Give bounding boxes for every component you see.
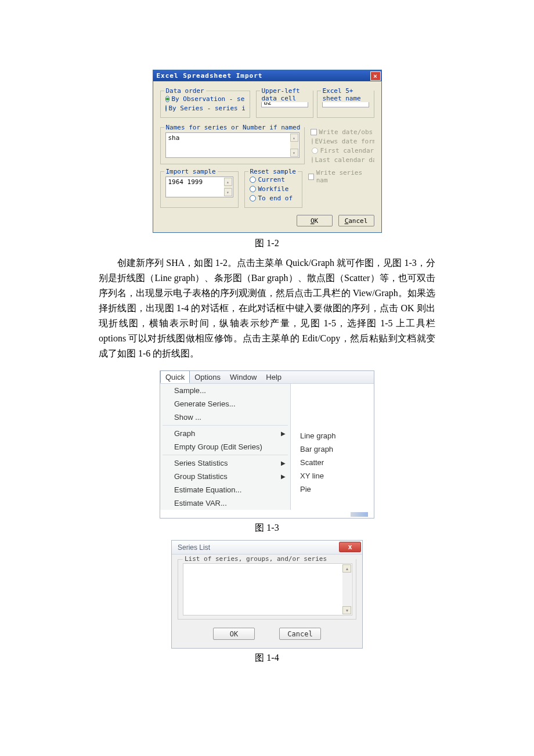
radio-by-series[interactable]: By Series - series in r (165, 105, 245, 112)
figure-caption-1-2: 图 1-2 (99, 237, 435, 250)
ok-button[interactable]: OK (297, 215, 333, 226)
body-paragraph: 创建新序列 SHA，如图 1-2。点击主菜单 Quick/Graph 就可作图，… (99, 255, 435, 361)
menu-window[interactable]: Window (225, 371, 261, 383)
submenu-arrow-icon: ▶ (281, 473, 286, 480)
series-names-textarea[interactable]: sha ▴ ▾ (165, 132, 300, 158)
scroll-up-icon[interactable]: ▴ (342, 564, 351, 573)
radio-reset-toend[interactable]: To end of (250, 195, 297, 202)
series-list-dialog: Series List x List of series, groups, an… (171, 540, 363, 649)
import-sample-textarea[interactable]: 1964 1999 ▴ ▾ (165, 177, 233, 197)
data-order-group: Data order By Observation - series in c … (160, 91, 250, 118)
cancel-button[interactable]: Cancel (279, 628, 321, 640)
scroll-down-icon[interactable]: ▾ (224, 188, 232, 196)
scrollbar[interactable]: ▴ ▾ (342, 564, 351, 614)
radio-reset-workfile[interactable]: Workfile (250, 185, 297, 193)
series-names-group: Names for series or Number if named in f… (160, 127, 305, 164)
menu-options[interactable]: Options (190, 371, 225, 383)
menu-quick[interactable]: Quick (160, 370, 190, 383)
series-expressions-group: List of series, groups, and/or series ex… (178, 559, 356, 620)
check-write-series[interactable]: Write series nam (308, 169, 372, 184)
radio-dot-icon (165, 105, 167, 111)
scrollbar[interactable]: ▴ ▾ (224, 178, 232, 196)
check-write-date[interactable]: Write date/obs (311, 128, 374, 136)
submenu-line-graph[interactable]: Line graph (291, 429, 374, 442)
menuitem-estimate-equation[interactable]: Estimate Equation... (160, 483, 290, 496)
radio-dot-icon (250, 195, 256, 201)
menuitem-sample[interactable]: Sample... (160, 384, 290, 397)
radio-last-cal: Last calendar da (312, 156, 374, 164)
menuitem-show[interactable]: Show ... (160, 411, 290, 424)
radio-dot-icon (250, 177, 256, 183)
scroll-down-icon[interactable]: ▾ (290, 149, 298, 157)
scroll-down-icon[interactable]: ▾ (342, 606, 351, 614)
dialog-titlebar[interactable]: Excel Spreadsheet Import × (153, 70, 381, 81)
submenu-pie[interactable]: Pie (291, 483, 374, 496)
scroll-up-icon[interactable]: ▴ (290, 134, 298, 142)
radio-reset-current[interactable]: Current (250, 176, 297, 183)
excel-import-dialog: Excel Spreadsheet Import × Data order By… (153, 70, 382, 233)
radio-eviews-date: EViews date form (312, 138, 374, 145)
quick-dropdown: Sample... Generate Series... Show ... Gr… (160, 384, 291, 510)
submenu-bar-graph[interactable]: Bar graph (291, 442, 374, 456)
group-legend: Upper-left data cell (260, 87, 313, 102)
close-icon[interactable]: x (339, 542, 361, 552)
upper-left-cell-group: Upper-left data cell B2 (256, 91, 313, 118)
submenu-arrow-icon: ▶ (281, 460, 286, 466)
graph-submenu: Line graph Bar graph Scatter XY line Pie (291, 384, 374, 510)
radio-dot-icon (250, 186, 256, 192)
quick-menu-screenshot: Quick Options Window Help Sample... Gene… (160, 370, 374, 519)
submenu-arrow-icon: ▶ (281, 430, 286, 437)
scrollbar[interactable]: ▴ ▾ (290, 134, 298, 157)
data-order-legend: Data order (164, 87, 206, 95)
group-legend: Import sample (164, 168, 218, 175)
radio-label: By Observation - series in c (172, 95, 245, 103)
checkbox-icon (311, 129, 317, 135)
import-sample-group: Import sample 1964 1999 ▴ ▾ (160, 171, 239, 208)
checkbox-icon (308, 174, 314, 180)
dialog-title: Excel Spreadsheet Import (157, 72, 370, 80)
menu-separator (163, 455, 288, 455)
write-series-row: Write series nam (308, 168, 372, 208)
menuitem-group-stats[interactable]: Group Statistics▶ (160, 470, 290, 483)
radio-first-cal: First calendar (312, 147, 374, 154)
menuitem-empty-group[interactable]: Empty Group (Edit Series) (160, 440, 290, 453)
group-legend: Excel 5+ sheet name (321, 87, 374, 102)
radio-dot-icon (165, 96, 169, 102)
cancel-button[interactable]: Cancel (338, 215, 374, 226)
menubar: Quick Options Window Help (160, 371, 374, 384)
close-icon[interactable]: × (370, 71, 381, 81)
menuitem-graph[interactable]: Graph▶ (160, 427, 290, 440)
scroll-up-icon[interactable]: ▴ (224, 178, 232, 186)
submenu-scatter[interactable]: Scatter (291, 456, 374, 469)
radio-by-observation[interactable]: By Observation - series in c (165, 95, 245, 103)
ok-button[interactable]: OK (213, 628, 255, 640)
submenu-xy-line[interactable]: XY line (291, 469, 374, 483)
dialog-titlebar[interactable]: Series List x (172, 541, 362, 555)
menuitem-estimate-var[interactable]: Estimate VAR... (160, 496, 290, 510)
write-options-group: Write date/obs EViews date form First ca… (311, 124, 374, 164)
figure-caption-1-3: 图 1-3 (99, 522, 435, 534)
menuitem-series-stats[interactable]: Series Statistics▶ (160, 456, 290, 470)
reset-sample-group: Reset sample Current Workfile To end of (244, 171, 302, 208)
radio-label: By Series - series in r (169, 105, 245, 112)
dialog-title: Series List (178, 543, 339, 552)
menu-separator (163, 425, 288, 426)
series-list-textarea[interactable]: ▴ ▾ (183, 563, 352, 615)
dialog-tail (160, 510, 374, 518)
menuitem-generate-series[interactable]: Generate Series... (160, 397, 290, 411)
menu-help[interactable]: Help (261, 371, 286, 383)
figure-caption-1-4: 图 1-4 (99, 652, 435, 664)
group-legend: Reset sample (248, 168, 298, 175)
sheet-name-group: Excel 5+ sheet name (317, 91, 374, 118)
